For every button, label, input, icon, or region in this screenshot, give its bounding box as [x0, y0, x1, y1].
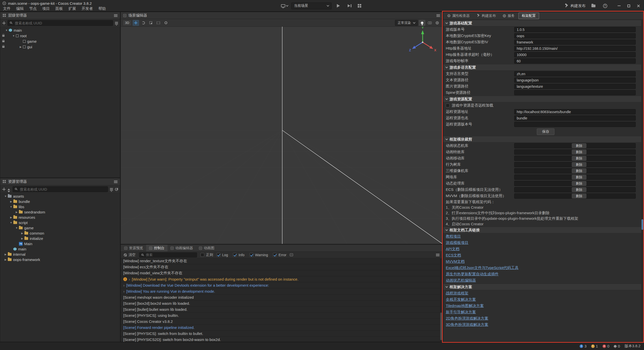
scene-settings-button[interactable] — [434, 20, 440, 26]
menu-item[interactable]: 项目 — [42, 6, 50, 11]
lock-icon[interactable] — [2, 35, 5, 37]
doc-link[interactable]: 3D角色扮演游戏解决方案 — [446, 322, 488, 327]
add-node-icon[interactable] — [2, 21, 6, 25]
expand-arrow[interactable]: ▼ — [11, 34, 16, 37]
property-input[interactable] — [514, 122, 636, 127]
hierarchy-node[interactable]: ▼main — [0, 27, 120, 33]
asset-node[interactable]: ▶oops-framework — [0, 257, 120, 262]
help-button[interactable] — [601, 2, 609, 9]
step-button[interactable] — [345, 2, 353, 9]
build-publish-button[interactable]: 构建发布 — [564, 4, 586, 8]
expand-chevron-icon[interactable]: › — [129, 277, 130, 281]
property-input[interactable] — [514, 52, 636, 57]
doc-link[interactable]: 游戏模板项目 — [446, 240, 468, 245]
section-header[interactable]: 游戏资源配置 — [443, 96, 644, 102]
doc-link[interactable]: 战棋游戏框架 — [446, 291, 468, 296]
console-log-row[interactable]: [Scene] meshopt wasm decoder initialized — [121, 294, 442, 300]
render-mode-dropdown[interactable]: 正常渲染 — [395, 20, 418, 26]
property-input[interactable] — [514, 77, 636, 83]
anchor-tool-button[interactable] — [163, 20, 169, 26]
console-log-row[interactable]: [Scene] [box2d]:box2d wasm lib loaded. — [121, 300, 442, 307]
scrollbar-thumb[interactable] — [440, 313, 442, 340]
doc-link[interactable]: 教程项目 — [446, 234, 461, 239]
inspector-scrollbar[interactable] — [641, 20, 643, 341]
menu-item[interactable]: 开发者 — [82, 6, 93, 11]
info-count[interactable]: 3 — [580, 344, 586, 348]
console-log-row[interactable]: ›[Window] [Vue warn]: Property "onInput"… — [121, 276, 442, 282]
panel-menu-icon[interactable] — [436, 255, 439, 255]
menu-item[interactable]: 编辑 — [16, 6, 24, 11]
console-log-row[interactable]: [Scene] [bullet]:bullet wasm lib loaded. — [121, 307, 442, 313]
hierarchy-node[interactable]: ▶gui — [0, 44, 120, 50]
asset-node[interactable]: ▶initialize — [0, 236, 120, 241]
delete-button[interactable]: 删除 — [572, 175, 586, 180]
notification-count[interactable]: 0 — [614, 344, 620, 348]
doc-link[interactable]: 新手引导解决方案 — [446, 310, 476, 315]
section-header[interactable]: 框架解决方案 — [443, 284, 644, 290]
menu-item[interactable]: 面板 — [55, 6, 63, 11]
delete-button[interactable]: 删除 — [572, 168, 586, 173]
asset-node[interactable]: Main — [0, 241, 120, 246]
save-button[interactable]: 保存 — [537, 128, 554, 135]
inspector-tab[interactable]: 服务 — [500, 13, 518, 19]
property-input[interactable] — [514, 58, 636, 64]
section-header[interactable]: 游戏基础配置 — [443, 20, 644, 26]
hierarchy-node[interactable]: game — [0, 38, 120, 44]
expand-arrow[interactable]: ▼ — [9, 205, 13, 208]
console-tab[interactable]: 资源预览 — [121, 245, 146, 251]
rotate-tool-button[interactable] — [140, 20, 147, 26]
asset-node[interactable]: ▼game — [0, 225, 120, 231]
console-search-input[interactable] — [139, 252, 197, 257]
sort-icon[interactable] — [8, 189, 10, 190]
clear-console-button[interactable]: 清空 — [124, 253, 136, 257]
menu-item[interactable]: 帮助 — [98, 6, 106, 11]
minimize-button[interactable] — [614, 2, 624, 10]
property-input[interactable] — [514, 109, 636, 114]
axis-gizmo[interactable]: Y X Z — [409, 27, 436, 52]
expand-arrow[interactable]: ▼ — [9, 221, 13, 224]
expand-arrow[interactable]: ▼ — [14, 227, 19, 229]
console-tab[interactable]: 动画编辑器 — [168, 245, 196, 251]
menu-item[interactable]: 文件 — [3, 6, 11, 11]
console-log-row[interactable]: [Scene] [PHYSICS2D]: switch from box2d-w… — [121, 337, 442, 342]
asset-node[interactable]: ▶seedrandom — [0, 209, 120, 215]
console-filter[interactable]: Warning — [250, 253, 268, 257]
console-log-row[interactable]: [Scene] [PHYSICS]: using builtin. — [121, 313, 442, 319]
rect-tool-button[interactable] — [155, 20, 162, 26]
3d-mode-button[interactable]: 3D — [123, 20, 132, 26]
expand-arrow[interactable]: ▶ — [14, 211, 19, 213]
panel-menu-icon[interactable] — [114, 182, 117, 182]
project-folder-button[interactable] — [590, 2, 597, 9]
property-input[interactable] — [514, 90, 636, 95]
property-input[interactable] — [514, 84, 636, 89]
hierarchy-node[interactable]: ▼root — [0, 33, 120, 38]
console-filter[interactable]: Error — [273, 253, 286, 257]
section-header[interactable]: 框架文档工具链接 — [443, 227, 644, 233]
doc-link[interactable]: Tiledmap地图解决方案 — [446, 303, 484, 308]
console-filter[interactable]: Log — [217, 253, 228, 257]
refresh-icon[interactable] — [114, 187, 119, 191]
expand-arrow[interactable]: ▶ — [3, 253, 8, 256]
console-filter[interactable]: Info — [233, 253, 244, 257]
inspector-tab[interactable]: 构建发布 — [473, 13, 499, 19]
expand-arrow[interactable]: ▶ — [9, 200, 13, 203]
asset-node[interactable]: ▶common — [0, 231, 120, 236]
scene-viewport[interactable]: Y X Z — [121, 27, 442, 244]
preview-target-button[interactable] — [281, 2, 288, 9]
inspector-tab[interactable]: 属性检查器 — [444, 13, 473, 19]
hierarchy-search-input[interactable] — [8, 20, 113, 26]
tab-scene-editor[interactable]: 场景编辑器 — [123, 13, 147, 18]
console-log-row[interactable]: [Window] ecs文件夹不存在 — [121, 264, 442, 270]
delete-button[interactable]: 删除 — [572, 150, 586, 154]
assets-search-input[interactable] — [13, 186, 108, 192]
warning-count[interactable]: 1 — [591, 344, 598, 348]
scrollbar-thumb[interactable] — [641, 219, 643, 230]
menu-item[interactable]: 扩展 — [68, 6, 76, 11]
panel-menu-icon[interactable] — [436, 15, 440, 16]
asset-node[interactable]: ▼assets — [0, 194, 120, 199]
doc-link[interactable]: API文档 — [446, 247, 459, 251]
doc-link[interactable]: MVVM文档 — [446, 259, 465, 264]
camera-settings-button[interactable] — [426, 20, 433, 26]
scale-tool-button[interactable] — [148, 20, 154, 26]
property-input[interactable] — [514, 115, 636, 121]
